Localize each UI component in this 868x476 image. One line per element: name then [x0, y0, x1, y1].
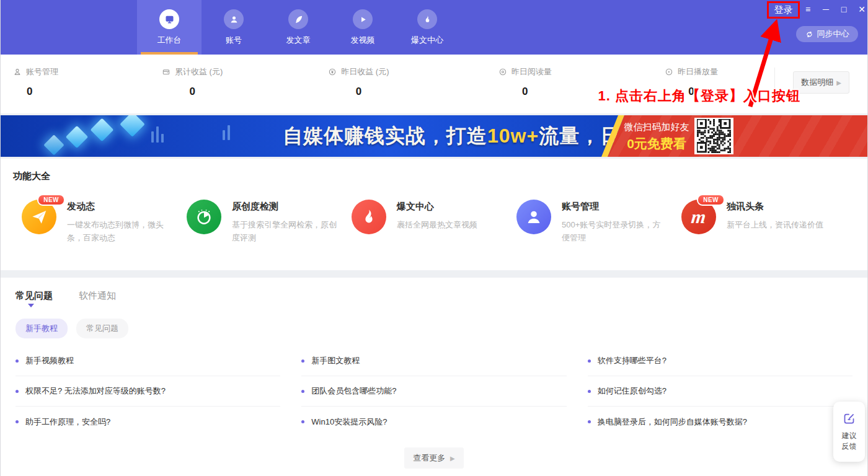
window-controls: ≡ ─ □ ✕	[803, 4, 867, 14]
duxun-logo-icon: m NEW	[681, 200, 716, 234]
faq-item[interactable]: 软件支持哪些平台?	[588, 346, 852, 376]
feature-desc: 新平台上线，资讯传递价值	[727, 218, 823, 231]
bullet-icon	[16, 390, 19, 393]
bullet-icon	[588, 359, 591, 363]
feature-duxun-toutiao[interactable]: m NEW 独讯头条 新平台上线，资讯传递价值	[681, 200, 846, 244]
feature-originality-check[interactable]: 原创度检测 基于搜索引擎全网检索，原创度评测	[187, 200, 352, 244]
faq-item[interactable]: 新手视频教程	[16, 346, 280, 376]
equalizer-bar-decoration	[228, 125, 230, 140]
stat-label: 昨日收益 (元)	[341, 66, 389, 77]
tab-workbench[interactable]: 工作台	[137, 0, 202, 55]
monitor-icon	[159, 9, 179, 29]
stat-value: 0	[688, 86, 694, 98]
stat-label: 账号管理	[26, 66, 58, 77]
flame-icon	[352, 200, 386, 234]
coin-yuan-icon	[328, 68, 337, 76]
faq-tab-label: 软件通知	[79, 290, 116, 301]
features-title: 功能大全	[13, 170, 855, 182]
glow-cube-decoration	[66, 126, 89, 149]
sync-center-label: 同步中心	[817, 29, 849, 40]
equalizer-bar-decoration	[161, 134, 164, 143]
feature-desc: 一键发布动态到微博，微头条，百家动态	[67, 218, 174, 244]
pill-common-questions[interactable]: 常见问题	[76, 319, 128, 338]
bullet-icon	[588, 420, 591, 423]
tab-publish-video[interactable]: 发视频	[330, 0, 395, 55]
tab-common-questions[interactable]: 常见问题	[16, 290, 53, 302]
stat-value: 0	[356, 86, 361, 98]
tab-account[interactable]: 账号	[202, 0, 266, 55]
wallet-icon	[162, 68, 170, 76]
stat-label: 累计收益 (元)	[175, 66, 223, 77]
equalizer-bar-decoration	[223, 130, 225, 140]
paper-plane-icon: NEW	[22, 200, 56, 234]
originality-gauge-icon	[187, 200, 221, 234]
feature-desc: 裹括全网最热文章视频	[397, 218, 477, 231]
feature-name: 原创度检测	[232, 200, 339, 213]
stat-detail-zone: 数据明细 ▶	[774, 68, 867, 97]
chevron-right-icon: ▶	[450, 455, 455, 462]
stat-total-income: 累计收益 (元) 0	[109, 66, 275, 98]
banner-promo-text: 微信扫码加好友 0元免费看	[622, 121, 691, 152]
stat-value: 0	[522, 86, 528, 98]
feedback-widget[interactable]: 建议 反馈	[833, 402, 865, 462]
feature-name: 独讯头条	[727, 200, 823, 213]
faq-item[interactable]: 权限不足? 无法添加对应等级的账号数?	[16, 376, 280, 407]
tab-hot-article-center[interactable]: 爆文中心	[395, 0, 459, 55]
promo-line2: 0元免费看	[622, 135, 691, 152]
feature-name: 发动态	[67, 200, 174, 213]
main-nav: 工作台 账号 发文章	[137, 0, 459, 55]
sync-center-button[interactable]: 同步中心	[796, 26, 858, 42]
maximize-icon[interactable]: □	[839, 4, 849, 14]
feature-cards: NEW 发动态 一键发布动态到微博，微头条，百家动态 原创	[13, 200, 855, 244]
faq-item[interactable]: 新手图文教程	[301, 346, 566, 376]
glow-cube-decoration	[120, 115, 145, 137]
tab-software-notice[interactable]: 软件通知	[79, 290, 116, 302]
tab-label: 工作台	[157, 35, 182, 46]
pill-beginner-tutorial[interactable]: 新手教程	[16, 319, 68, 338]
stat-yesterday-income: 昨日收益 (元) 0	[275, 66, 441, 98]
bullet-icon	[301, 359, 304, 363]
bullet-icon	[301, 420, 304, 423]
features-section: 功能大全 NEW 发动态 一键发布动态到微博，微头条，百家动态	[1, 159, 867, 270]
faq-item[interactable]: Win10安装提示风险?	[301, 407, 566, 437]
view-more-button[interactable]: 查看更多 ▶	[404, 447, 463, 469]
menu-icon[interactable]: ≡	[803, 4, 813, 14]
login-highlight-box: 登录	[767, 1, 800, 19]
stat-account-management: 账号管理 0	[1, 66, 109, 98]
glow-cube-decoration	[90, 118, 113, 141]
caret-down-icon	[28, 304, 34, 307]
view-more-label: 查看更多	[413, 453, 445, 462]
tab-label: 爆文中心	[411, 35, 443, 46]
faq-filter-pills: 新手教程 常见问题	[16, 319, 852, 338]
faq-item[interactable]: 如何记住原创勾选?	[588, 376, 852, 407]
faq-tabs: 常见问题 软件通知	[16, 290, 852, 302]
user-icon	[224, 9, 244, 29]
faq-list: 新手视频教程 新手图文教程 软件支持哪些平台? 权限不足? 无法添加对应等级的账…	[16, 346, 852, 437]
stat-label: 昨日阅读量	[512, 66, 552, 77]
minimize-icon[interactable]: ─	[821, 4, 831, 14]
tab-label: 发视频	[351, 35, 375, 46]
qr-code	[694, 118, 733, 154]
faq-item[interactable]: 助手工作原理，安全吗?	[16, 407, 280, 437]
user-icon	[516, 200, 551, 234]
tab-publish-article[interactable]: 发文章	[266, 0, 330, 55]
equalizer-bar-decoration	[156, 126, 159, 143]
title-bar: 工作台 账号 发文章	[1, 0, 867, 55]
login-button[interactable]: 登录	[774, 4, 793, 16]
data-detail-button[interactable]: 数据明细 ▶	[793, 71, 849, 94]
app-window: 工作台 账号 发文章	[0, 0, 868, 476]
feature-desc: 500+账号实时登录切换，方便管理	[562, 218, 668, 244]
promo-banner[interactable]: 自媒体赚钱实战，打造10w+流量，日赚500+高收益玩法 微信扫码加好友 0元免…	[1, 115, 867, 157]
feature-account-management[interactable]: 账号管理 500+账号实时登录切换，方便管理	[516, 200, 681, 244]
user-outline-icon	[13, 68, 22, 76]
equalizer-bar-decoration	[151, 131, 154, 143]
stat-value: 0	[27, 86, 32, 98]
faq-item[interactable]: 换电脑登录后，如何同步自媒体账号数据?	[588, 407, 852, 437]
faq-tab-label: 常见问题	[16, 290, 53, 301]
sync-icon	[805, 30, 813, 38]
feature-post-moments[interactable]: NEW 发动态 一键发布动态到微博，微头条，百家动态	[22, 200, 187, 244]
bullet-icon	[588, 390, 591, 393]
close-icon[interactable]: ✕	[857, 4, 867, 14]
feature-hot-article-center[interactable]: 爆文中心 裹括全网最热文章视频	[352, 200, 516, 244]
faq-item[interactable]: 团队会员包含哪些功能?	[301, 376, 566, 407]
